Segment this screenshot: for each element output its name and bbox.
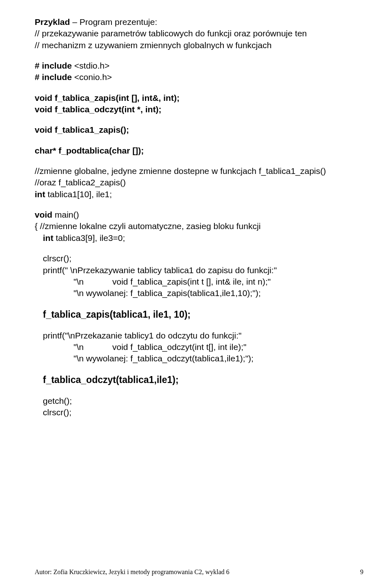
type-keyword: int: [35, 189, 48, 199]
stmt: printf("\nPrzekazanie tablicy1 do odczyt…: [35, 330, 363, 341]
include-directive: # include: [35, 72, 74, 82]
stmt-cont: "\n void f_tablica_zapis(int t [], int& …: [35, 276, 363, 287]
stmt-cont: "\n void f_tablica_odczyt(int t[], int i…: [35, 341, 363, 353]
include-file: <stdio.h>: [74, 61, 109, 70]
document-page: Przyklad – Program prezentuje: // przeka…: [0, 0, 392, 588]
comment-line: // mechanizm z uzywaniem zmiennych globa…: [35, 40, 363, 51]
stmt: clrscr();: [35, 407, 363, 418]
type-keyword: int: [43, 233, 56, 243]
comment-line: // przekazywanie parametrów tablicowych …: [35, 28, 363, 39]
var-names: tablica1[10], ile1;: [48, 189, 112, 199]
page-number: 9: [360, 568, 363, 576]
include-file: <conio.h>: [74, 72, 112, 82]
var-decl: int tablica3[9], ile3=0;: [35, 232, 363, 244]
include-directive: # include: [35, 61, 74, 70]
call-bold: f_tablica_odczyt(tablica1,ile1);: [35, 374, 363, 386]
func-name: main(): [55, 210, 79, 219]
stmt-cont: "\n wywolanej: f_tablica_zapis(tablica1,…: [35, 287, 363, 299]
type-keyword: void: [35, 210, 55, 219]
body-open: { //zmienne lokalne czyli automatyczne, …: [35, 220, 363, 232]
page-footer: Autor: Zofia Kruczkiewicz, Jezyki i meto…: [35, 568, 363, 576]
brace: {: [35, 221, 40, 231]
footer-author: Autor: Zofia Kruczkiewicz, Jezyki i meto…: [35, 568, 229, 576]
func-sig: void main(): [35, 209, 363, 220]
call-bold: f_tablica_zapis(tablica1, ile1, 10);: [35, 308, 363, 321]
stmt: getch();: [35, 395, 363, 407]
decl-line: char* f_podtablica(char []);: [35, 145, 363, 156]
include-line: # include <conio.h>: [35, 71, 363, 83]
decl-line: void f_tablica_odczyt(int *, int);: [35, 104, 363, 115]
heading-rest: – Program prezentuje:: [70, 17, 157, 27]
comment-line: //zmienne globalne, jedyne zmienne doste…: [35, 165, 363, 177]
comment-line: //oraz f_tablica2_zapis(): [35, 177, 363, 188]
var-decl: int tablica1[10], ile1;: [35, 189, 363, 200]
stmt: printf(" \nPrzekazywanie tablicy tablica…: [35, 265, 363, 276]
decl-line: void f_tablica1_zapis();: [35, 124, 363, 136]
var-names: tablica3[9], ile3=0;: [56, 233, 125, 243]
heading-word: Przyklad: [35, 17, 70, 27]
stmt: clrscr();: [35, 253, 363, 264]
include-line: # include <stdio.h>: [35, 60, 363, 71]
comment-inline: //zmienne lokalne czyli automatyczne, za…: [40, 221, 261, 231]
decl-line: void f_tablica_zapis(int [], int&, int);: [35, 92, 363, 104]
heading-line: Przyklad – Program prezentuje:: [35, 16, 363, 28]
stmt-cont: "\n wywolanej: f_tablica_odczyt(tablica1…: [35, 353, 363, 364]
